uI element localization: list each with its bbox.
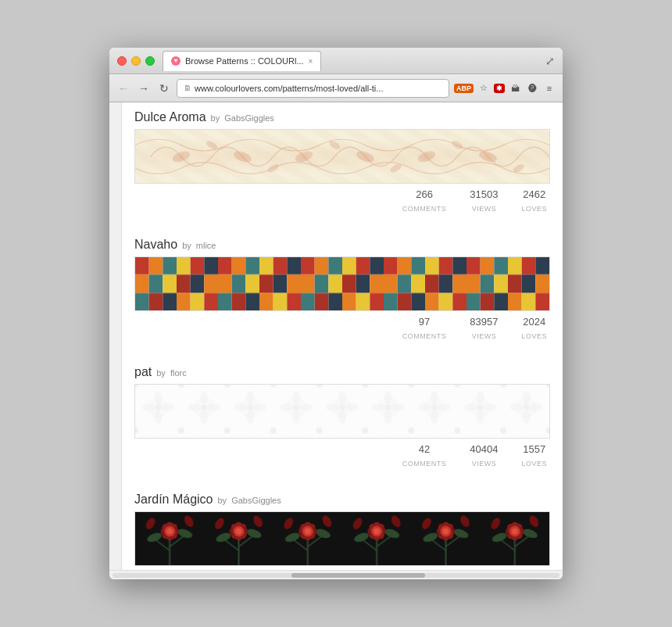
tab-title: Browse Patterns :: COLOURl... <box>185 56 304 66</box>
svg-point-13 <box>178 153 184 159</box>
close-button[interactable] <box>117 56 127 66</box>
svg-point-18 <box>485 153 491 159</box>
lastpass-button[interactable]: ✱ <box>494 84 505 93</box>
extension-icon[interactable]: 🏔 <box>508 81 522 95</box>
svg-rect-50 <box>135 385 549 438</box>
stat-comments: 42 COMMENTS <box>402 443 447 469</box>
page-icon: 🗎 <box>184 84 191 92</box>
loves-value: 2462 <box>521 188 547 200</box>
horizontal-scrollbar-track <box>113 573 559 578</box>
title-bar: ♥ Browse Patterns :: COLOURl... × ⤢ <box>109 48 563 74</box>
comments-label: COMMENTS <box>402 332 447 340</box>
pattern-item: Dulce Aroma by GabsGiggles <box>134 102 550 222</box>
pat-svg <box>135 385 549 438</box>
traffic-lights <box>117 56 155 66</box>
pattern-header: pat by florc <box>134 357 550 379</box>
pattern-image-jardin[interactable] <box>134 511 550 566</box>
abp-button[interactable]: ABP <box>454 84 474 93</box>
browser-window: ♥ Browse Patterns :: COLOURl... × ⤢ ← → … <box>109 48 563 579</box>
pattern-stats: 266 COMMENTS 31503 VIEWS 2462 LOVES <box>134 188 550 214</box>
desktop: ♥ Browse Patterns :: COLOURl... × ⤢ ← → … <box>0 0 672 627</box>
scroll-area[interactable]: Dulce Aroma by GabsGiggles <box>122 102 563 570</box>
stat-loves: 2024 LOVES <box>521 316 547 342</box>
pattern-image-dulce-aroma[interactable] <box>134 129 550 184</box>
pattern-header: Dulce Aroma by GabsGiggles <box>134 102 550 124</box>
comments-value: 266 <box>402 188 447 200</box>
pattern-author[interactable]: GabsGiggles <box>224 113 274 123</box>
menu-button[interactable]: ≡ <box>542 81 556 95</box>
navaho-svg <box>135 257 549 310</box>
views-label: VIEWS <box>472 332 497 340</box>
pattern-by: by <box>218 496 227 505</box>
jardin-svg <box>135 512 549 566</box>
svg-point-14 <box>239 153 245 159</box>
stat-loves: 2462 LOVES <box>521 188 547 214</box>
svg-point-17 <box>424 153 430 159</box>
loves-value: 2024 <box>521 316 547 328</box>
pattern-image-navaho[interactable] <box>134 256 550 311</box>
minimize-button[interactable] <box>131 56 141 66</box>
svg-rect-37 <box>135 257 549 310</box>
stat-loves: 1557 LOVES <box>521 443 547 469</box>
url-text: www.colourlovers.com/patterns/most-loved… <box>195 84 442 93</box>
active-tab[interactable]: ♥ Browse Patterns :: COLOURl... × <box>163 51 321 71</box>
views-value: 40404 <box>470 443 498 455</box>
pattern-image-pat[interactable] <box>134 384 550 439</box>
pattern-item: Jardín Mágico by GabsGiggles <box>134 485 550 570</box>
pattern-item: pat by florc <box>134 357 550 477</box>
pattern-stats: 97 COMMENTS 83957 VIEWS 2024 LOVES <box>134 316 550 342</box>
pattern-title[interactable]: Jardín Mágico <box>134 493 213 507</box>
horizontal-scrollbar-thumb[interactable] <box>291 573 426 578</box>
nav-bar: ← → ↻ 🗎 www.colourlovers.com/patterns/mo… <box>109 74 563 102</box>
patterns-list: Dulce Aroma by GabsGiggles <box>122 102 563 570</box>
pattern-by: by <box>156 368 166 378</box>
window-expand-icon[interactable]: ⤢ <box>545 55 555 67</box>
forward-button[interactable]: → <box>136 81 152 96</box>
loves-value: 1557 <box>521 443 547 455</box>
views-label: VIEWS <box>472 460 497 468</box>
pattern-stats: 42 COMMENTS 40404 VIEWS 1557 LOVES <box>134 443 550 469</box>
views-value: 31503 <box>470 188 498 200</box>
pattern-by: by <box>182 241 191 250</box>
tab-bar: ♥ Browse Patterns :: COLOURl... × <box>163 51 545 71</box>
pattern-author[interactable]: mlice <box>196 241 216 250</box>
sidebar <box>109 102 122 570</box>
pattern-header: Navaho by mlice <box>134 230 550 252</box>
svg-rect-67 <box>135 512 549 566</box>
pattern-item: Navaho by mlice <box>134 230 550 349</box>
views-label: VIEWS <box>472 205 497 213</box>
stat-comments: 266 COMMENTS <box>402 188 447 214</box>
pocket-icon[interactable]: 🅟 <box>525 81 539 95</box>
svg-point-16 <box>363 153 369 159</box>
back-button[interactable]: ← <box>116 81 131 96</box>
comments-value: 97 <box>402 316 447 328</box>
comments-label: COMMENTS <box>402 460 447 468</box>
stat-comments: 97 COMMENTS <box>402 316 447 342</box>
tab-close-button[interactable]: × <box>309 57 313 66</box>
pattern-header: Jardín Mágico by GabsGiggles <box>134 485 550 507</box>
comments-label: COMMENTS <box>402 205 447 213</box>
nav-icons: ABP ☆ ✱ 🏔 🅟 ≡ <box>454 81 556 95</box>
loves-label: LOVES <box>521 460 547 468</box>
comments-value: 42 <box>402 443 447 455</box>
svg-point-15 <box>301 153 307 159</box>
refresh-button[interactable]: ↻ <box>156 81 172 96</box>
loves-label: LOVES <box>521 205 547 213</box>
pattern-author[interactable]: florc <box>170 368 187 378</box>
loves-label: LOVES <box>521 332 547 340</box>
pattern-by: by <box>211 113 220 123</box>
dulce-aroma-svg <box>135 130 549 184</box>
pattern-title[interactable]: Dulce Aroma <box>134 110 206 124</box>
views-value: 83957 <box>470 316 498 328</box>
maximize-button[interactable] <box>145 56 155 66</box>
pattern-title[interactable]: Navaho <box>134 238 177 252</box>
bottom-scrollbar[interactable] <box>109 570 563 579</box>
page-content: Dulce Aroma by GabsGiggles <box>109 102 563 570</box>
bookmark-star-icon[interactable]: ☆ <box>477 81 491 95</box>
tab-favicon: ♥ <box>171 56 181 66</box>
stat-views: 83957 VIEWS <box>470 316 498 342</box>
stat-views: 31503 VIEWS <box>470 188 498 214</box>
pattern-author[interactable]: GabsGiggles <box>231 496 281 505</box>
pattern-title[interactable]: pat <box>134 365 152 379</box>
address-bar[interactable]: 🗎 www.colourlovers.com/patterns/most-lov… <box>177 79 449 98</box>
